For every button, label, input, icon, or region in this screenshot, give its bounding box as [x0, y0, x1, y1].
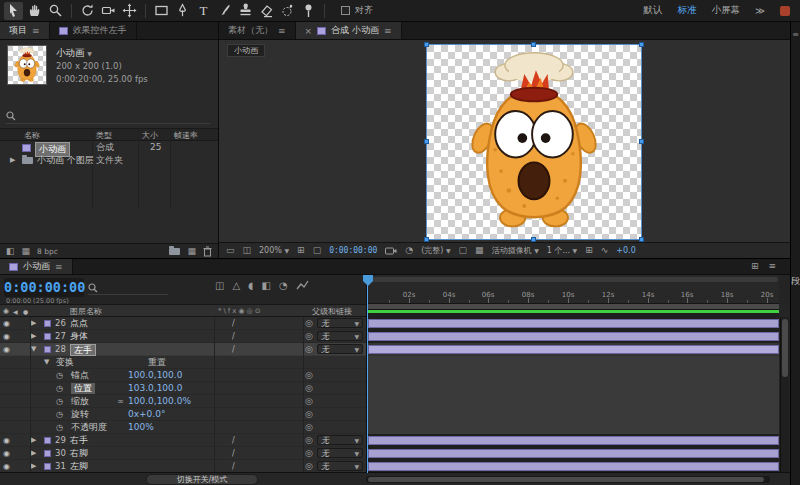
character-artwork[interactable]: [427, 45, 641, 239]
parent-dropdown[interactable]: 无▼: [317, 461, 363, 471]
layer-duration-bar[interactable]: [368, 449, 779, 458]
current-time-indicator-line[interactable]: [367, 275, 368, 473]
stopwatch-icon[interactable]: ◷: [56, 382, 63, 395]
layer-name-column[interactable]: 图层名称: [70, 306, 102, 317]
layer-row[interactable]: ◉ ▶ 27 身体 / ◎ 无▼: [0, 330, 366, 343]
hand-tool-icon[interactable]: [25, 2, 44, 20]
pickwhip-icon[interactable]: ◎: [305, 395, 313, 408]
panel-menu-icon[interactable]: ≡: [384, 26, 392, 36]
property-row-position[interactable]: ◷ 位置 103.0,100.0 ◎: [0, 382, 366, 395]
parent-dropdown[interactable]: 无▼: [317, 318, 363, 328]
label-color-chip[interactable]: [44, 437, 51, 444]
layer-name[interactable]: 身体: [70, 330, 88, 343]
brush-tool-icon[interactable]: [215, 2, 234, 20]
collapse-arrow-icon[interactable]: ▼: [44, 356, 49, 369]
label-color-chip[interactable]: [44, 450, 51, 457]
align-checkbox[interactable]: [341, 6, 350, 15]
property-name[interactable]: 位置: [71, 383, 95, 394]
layer-duration-bar-selected[interactable]: [368, 345, 779, 354]
frame-blending-icon[interactable]: ◧: [261, 280, 270, 291]
timeline-track-area[interactable]: 02s 04s 06s 08s 10s 12s 14s 16s 18s 20s: [366, 275, 779, 473]
orbit-camera-tool-icon[interactable]: [78, 2, 97, 20]
collapsed-panel-strip[interactable]: ≡ 段: [790, 22, 800, 485]
parent-dropdown[interactable]: 无▼: [317, 331, 363, 341]
track-lanes[interactable]: [367, 317, 779, 473]
selection-handle[interactable]: [424, 139, 429, 144]
tab-timeline-composition[interactable]: 小动画 ≡: [0, 259, 73, 274]
layer-duration-bar[interactable]: [368, 462, 779, 471]
column-size[interactable]: 大小: [142, 130, 158, 141]
roto-brush-tool-icon[interactable]: [278, 2, 297, 20]
pickwhip-icon[interactable]: ◎: [305, 317, 313, 330]
pixel-aspect-icon[interactable]: ⊞: [585, 246, 593, 255]
layer-row[interactable]: ◉ ▶ 30 右脚 / ◎ 无▼: [0, 447, 366, 460]
layer-name[interactable]: 右手: [70, 434, 88, 447]
reset-button[interactable]: 重置: [148, 356, 166, 369]
magnification-select[interactable]: 200% ▼: [259, 246, 289, 255]
sync-status-icon[interactable]: [780, 6, 790, 16]
column-type[interactable]: 类型: [96, 130, 112, 141]
audio-column-icon[interactable]: ◀: [13, 306, 18, 317]
viewer-canvas[interactable]: 小动画: [219, 40, 790, 242]
layer-duration-bar[interactable]: [368, 436, 779, 445]
expand-arrow-icon[interactable]: ▶: [31, 330, 36, 343]
parent-dropdown[interactable]: 无▼: [317, 344, 363, 354]
project-row-composition[interactable]: 小动画 合成 25: [0, 141, 218, 154]
property-name[interactable]: 旋转: [71, 408, 89, 421]
new-composition-icon[interactable]: ▦: [187, 247, 196, 256]
current-time-field[interactable]: 0:00:00:00: [4, 278, 84, 297]
layer-duration-bar[interactable]: [368, 332, 779, 341]
project-row-folder[interactable]: ▶ 小动画 个图层 文件夹: [0, 154, 218, 167]
eye-icon[interactable]: ◉: [3, 330, 10, 343]
view-layout-select[interactable]: 1 个... ▼: [547, 245, 577, 256]
column-framerate[interactable]: 帧速率: [174, 130, 198, 141]
stopwatch-icon[interactable]: ◷: [56, 369, 63, 382]
clone-stamp-tool-icon[interactable]: [236, 2, 255, 20]
panel-menu-icon[interactable]: ≡: [32, 26, 40, 36]
quality-switch-icon[interactable]: /: [232, 330, 235, 343]
property-row-anchor[interactable]: ◷ 锚点 100.0,100.0 ◎: [0, 369, 366, 382]
color-depth[interactable]: 8 bpc: [37, 247, 58, 256]
timeline-options-icon[interactable]: ⊞: [751, 262, 759, 271]
transform-group-label[interactable]: 变换: [56, 356, 74, 369]
panel-menu-icon[interactable]: ≡: [768, 262, 776, 271]
proxy-icon[interactable]: ▦: [22, 247, 31, 256]
resolution-select[interactable]: (完整) ▼: [421, 245, 450, 256]
label-color-chip[interactable]: [44, 320, 51, 327]
selection-handle[interactable]: [531, 42, 536, 47]
mask-visibility-icon[interactable]: ▢: [313, 246, 322, 255]
timeline-horizontal-scrollbar[interactable]: [366, 476, 770, 483]
eye-icon[interactable]: ◉: [3, 434, 10, 447]
composition-mini-flowchart-icon[interactable]: ◫: [215, 280, 224, 291]
pickwhip-icon[interactable]: ◎: [305, 382, 313, 395]
property-name[interactable]: 锚点: [71, 369, 89, 382]
pickwhip-icon[interactable]: ◎: [305, 421, 313, 434]
stopwatch-icon[interactable]: ◷: [56, 408, 63, 421]
collapse-arrow-icon[interactable]: ▼: [31, 343, 36, 356]
link-icon[interactable]: ∞: [117, 395, 124, 408]
trash-icon[interactable]: [203, 246, 212, 257]
expand-arrow-icon[interactable]: ▶: [10, 154, 15, 167]
paragraph-panel-label[interactable]: 段: [791, 275, 800, 288]
property-value[interactable]: 0x+0.0°: [128, 408, 165, 421]
pickwhip-icon[interactable]: ◎: [305, 343, 313, 356]
selection-handle[interactable]: [424, 42, 429, 47]
camera-tool-icon[interactable]: [99, 2, 118, 20]
composition-canvas[interactable]: [427, 45, 641, 239]
column-name[interactable]: 名称: [24, 130, 40, 141]
fast-previews-icon[interactable]: ∿: [601, 246, 609, 255]
region-of-interest-icon[interactable]: ▢: [459, 246, 468, 255]
time-ruler[interactable]: 02s 04s 06s 08s 10s 12s 14s 16s 18s 20s: [367, 275, 779, 304]
parent-dropdown[interactable]: 无▼: [317, 435, 363, 445]
property-value[interactable]: 100.0,100.0: [128, 369, 182, 382]
puppet-pin-tool-icon[interactable]: [299, 2, 318, 20]
stopwatch-icon[interactable]: ◷: [56, 421, 63, 434]
selection-handle[interactable]: [639, 42, 644, 47]
timeline-vertical-scrollbar[interactable]: [780, 317, 789, 473]
timeline-search[interactable]: [88, 283, 168, 295]
expand-arrow-icon[interactable]: ▶: [31, 447, 36, 460]
tab-effect-controls[interactable]: 效果控件左手: [50, 22, 137, 39]
property-value[interactable]: 103.0,100.0: [128, 382, 182, 395]
parent-dropdown[interactable]: 无▼: [317, 448, 363, 458]
property-value[interactable]: 100%: [128, 421, 154, 434]
